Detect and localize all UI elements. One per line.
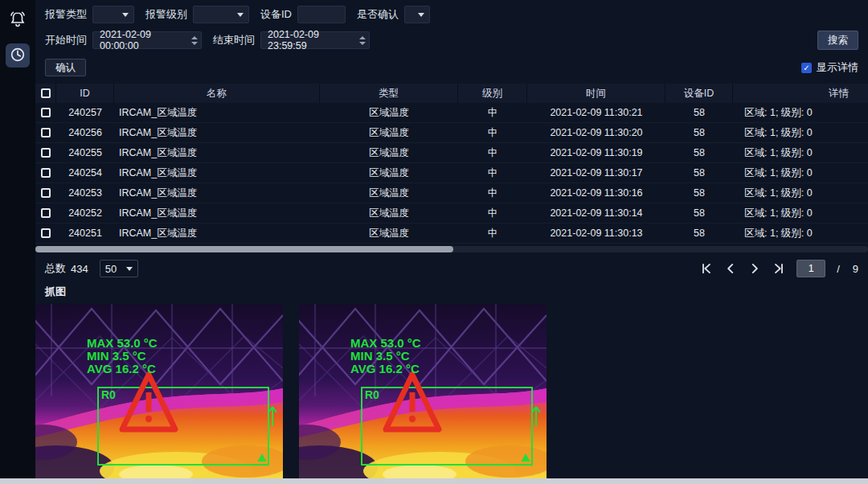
cell-device-id: 58 xyxy=(665,147,733,158)
cell-time: 2021-02-09 11:30:13 xyxy=(527,228,665,239)
row-checkbox[interactable] xyxy=(41,128,51,137)
cell-name: IRCAM_区域温度 xyxy=(114,106,320,120)
table-row[interactable]: 240256 IRCAM_区域温度 区域温度 中 2021-02-09 11:3… xyxy=(35,123,868,143)
cell-level: 中 xyxy=(458,106,527,120)
alarm-table: ID 名称 类型 级别 时间 设备ID 详情 240257 IRCAM_区域温度… xyxy=(35,84,868,252)
cell-detail: 区域: 1; 级别: 0 xyxy=(733,207,868,220)
confirm-status-select[interactable] xyxy=(404,6,430,23)
table-row[interactable]: 240254 IRCAM_区域温度 区域温度 中 2021-02-09 11:3… xyxy=(35,163,868,183)
cell-type: 区域温度 xyxy=(320,146,458,160)
row-checkbox[interactable] xyxy=(41,148,51,158)
device-id-input-field[interactable] xyxy=(303,9,340,20)
table-row[interactable]: 240252 IRCAM_区域温度 区域温度 中 2021-02-09 11:3… xyxy=(35,203,868,224)
row-checkbox[interactable] xyxy=(41,108,51,117)
cell-time: 2021-02-09 11:30:19 xyxy=(527,147,665,158)
cell-device-id: 58 xyxy=(665,187,733,199)
table-body: 240257 IRCAM_区域温度 区域温度 中 2021-02-09 11:3… xyxy=(35,103,868,244)
roi-label-text: R0 xyxy=(101,388,116,401)
table-row[interactable]: 240255 IRCAM_区域温度 区域温度 中 2021-02-09 11:3… xyxy=(35,143,868,163)
cell-detail: 区域: 1; 级别: 0 xyxy=(733,166,868,180)
min-temp-text: MIN 3.5 °C xyxy=(350,349,410,363)
column-header-device-id: 设备ID xyxy=(665,84,733,103)
column-header-name: 名称 xyxy=(114,84,320,103)
total-pages: 9 xyxy=(853,263,858,275)
page-divider: / xyxy=(837,263,840,275)
time-spinner-icon[interactable] xyxy=(359,36,366,45)
cell-level: 中 xyxy=(458,146,527,160)
confirm-button[interactable]: 确认 xyxy=(45,59,86,76)
show-details-checkbox[interactable]: ✓ xyxy=(801,63,812,73)
cell-time: 2021-02-09 11:30:21 xyxy=(527,107,665,118)
current-page-input[interactable] xyxy=(796,260,825,277)
start-time-input[interactable]: 2021-02-09 00:00:00 xyxy=(92,31,202,49)
last-page-icon[interactable] xyxy=(772,262,785,275)
capture-title: 抓图 xyxy=(35,285,868,299)
cell-id: 240252 xyxy=(56,207,114,219)
search-button[interactable]: 搜索 xyxy=(817,31,858,50)
cell-name: IRCAM_区域温度 xyxy=(114,146,320,160)
column-header-detail: 详情 xyxy=(733,84,868,103)
cell-id: 240255 xyxy=(56,147,114,158)
prev-page-icon[interactable] xyxy=(724,262,737,275)
table-row[interactable]: 240257 IRCAM_区域温度 区域温度 中 2021-02-09 11:3… xyxy=(35,103,868,123)
row-checkbox[interactable] xyxy=(41,188,51,198)
max-temp-text: MAX 53.0 °C xyxy=(350,336,421,350)
capture-images: MAX 53.0 °C MIN 3.5 °C AVG 16.2 °C R0 MA… xyxy=(35,304,868,480)
min-temp-text: MIN 3.5 °C xyxy=(87,349,146,363)
end-time-input[interactable]: 2021-02-09 23:59:59 xyxy=(260,31,370,49)
table-row[interactable]: 240251 IRCAM_区域温度 区域温度 中 2021-02-09 11:3… xyxy=(35,224,868,244)
sidebar-item-history[interactable] xyxy=(6,43,30,68)
column-header-id: ID xyxy=(56,84,114,103)
time-spinner-icon[interactable] xyxy=(191,36,198,45)
cell-device-id: 58 xyxy=(665,167,733,178)
first-page-icon[interactable] xyxy=(700,262,713,275)
table-row[interactable]: 240253 IRCAM_区域温度 区域温度 中 2021-02-09 11:3… xyxy=(35,183,868,203)
chevron-down-icon xyxy=(418,13,424,17)
row-checkbox[interactable] xyxy=(41,168,51,178)
end-time-label: 结束时间 xyxy=(213,33,255,47)
thermal-image-2[interactable]: MAX 53.0 °C MIN 3.5 °C AVG 16.2 °C R0 xyxy=(299,304,547,480)
table-header: ID 名称 类型 级别 时间 设备ID 详情 xyxy=(35,84,868,103)
cell-detail: 区域: 1; 级别: 0 xyxy=(733,106,868,120)
chevron-down-icon xyxy=(126,267,133,271)
row-checkbox[interactable] xyxy=(41,208,51,218)
device-id-input[interactable] xyxy=(297,6,346,23)
cell-id: 240254 xyxy=(56,167,114,178)
column-header-level: 级别 xyxy=(458,84,527,103)
end-time-value: 2021-02-09 23:59:59 xyxy=(268,29,356,51)
cell-name: IRCAM_区域温度 xyxy=(114,187,320,200)
row-checkbox[interactable] xyxy=(41,228,51,238)
alarm-level-select[interactable] xyxy=(193,6,249,23)
sidebar-item-alarm[interactable] xyxy=(6,8,30,32)
sidebar xyxy=(0,0,35,478)
cell-level: 中 xyxy=(458,166,527,180)
cell-type: 区域温度 xyxy=(320,207,458,220)
cell-time: 2021-02-09 11:30:20 xyxy=(527,127,665,138)
select-all-checkbox[interactable] xyxy=(41,88,51,98)
page-size-value: 50 xyxy=(105,263,117,275)
cell-name: IRCAM_区域温度 xyxy=(114,166,320,180)
horizontal-scrollbar[interactable] xyxy=(35,246,868,252)
cell-device-id: 58 xyxy=(665,107,733,118)
alarm-level-label: 报警级别 xyxy=(145,7,187,22)
column-header-time: 时间 xyxy=(527,84,665,103)
cell-name: IRCAM_区域温度 xyxy=(114,126,320,140)
cell-detail: 区域: 1; 级别: 0 xyxy=(733,146,868,160)
horizontal-scrollbar-thumb[interactable] xyxy=(35,246,453,252)
page-size-select[interactable]: 50 xyxy=(100,260,138,277)
app-window: 报警类型 报警级别 设备ID 是否确认 开始时间 xyxy=(0,0,868,478)
cell-name: IRCAM_区域温度 xyxy=(114,227,320,240)
cell-time: 2021-02-09 11:30:14 xyxy=(527,207,665,219)
show-details-label: 显示详情 xyxy=(817,60,858,75)
alarm-bell-icon xyxy=(8,10,27,31)
main-content: 报警类型 报警级别 设备ID 是否确认 开始时间 xyxy=(35,0,868,478)
thermal-image-1[interactable]: MAX 53.0 °C MIN 3.5 °C AVG 16.2 °C R0 xyxy=(35,304,283,480)
cell-device-id: 58 xyxy=(665,127,733,138)
cell-type: 区域温度 xyxy=(320,106,458,120)
alarm-type-select[interactable] xyxy=(92,6,134,23)
start-time-label: 开始时间 xyxy=(45,33,87,47)
cell-detail: 区域: 1; 级别: 0 xyxy=(733,227,868,240)
capture-section: 抓图 MAX 53.0 °C MIN 3.5 °C AVG 16.2 °C R0… xyxy=(35,285,868,480)
next-page-icon[interactable] xyxy=(748,262,761,275)
alarm-type-label: 报警类型 xyxy=(45,7,87,22)
